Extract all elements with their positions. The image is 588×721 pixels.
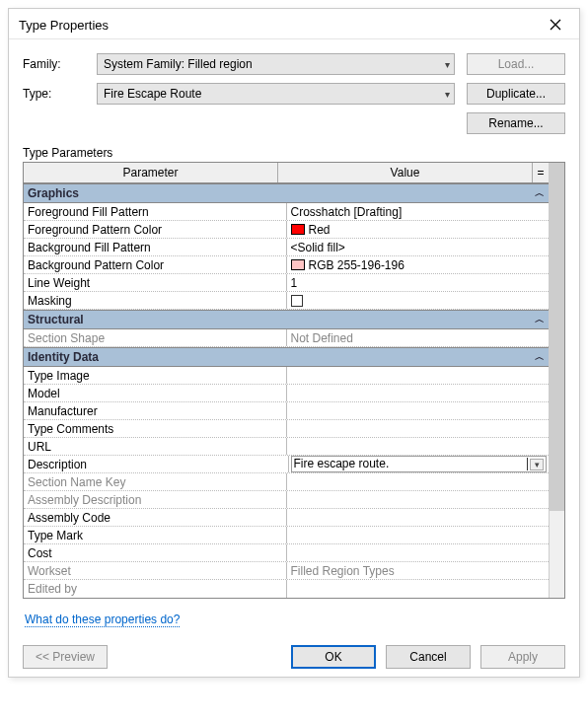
row-workset: Workset Filled Region Types [24, 562, 549, 580]
row-assembly-description: Assembly Description [24, 491, 549, 509]
row-section-name-key: Section Name Key [24, 473, 549, 491]
rename-button[interactable]: Rename... [467, 112, 565, 134]
row-line-weight[interactable]: Line Weight 1 [24, 274, 549, 292]
row-url[interactable]: URL [24, 438, 549, 456]
collapse-icon: ︿ [535, 313, 545, 326]
row-fg-fill-pattern[interactable]: Foreground Fill Pattern Crosshatch [Draf… [24, 203, 549, 221]
cancel-button[interactable]: Cancel [386, 645, 471, 669]
row-assembly-code[interactable]: Assembly Code [24, 509, 549, 527]
titlebar: Type Properties [9, 9, 579, 39]
row-section-shape: Section Shape Not Defined [24, 329, 549, 347]
preview-button: << Preview [23, 645, 108, 669]
collapse-icon: ︿ [535, 186, 545, 200]
description-input[interactable]: Fire escape route. ▾ [291, 456, 548, 472]
row-edited-by: Edited by [24, 580, 549, 598]
window-title: Type Properties [19, 18, 542, 33]
color-swatch-red [291, 224, 305, 235]
close-icon[interactable] [542, 15, 569, 35]
duplicate-button[interactable]: Duplicate... [467, 83, 565, 105]
row-bg-pattern-color[interactable]: Background Pattern Color RGB 255-196-196 [24, 256, 549, 274]
group-structural[interactable]: Structural ︿ [24, 310, 549, 329]
family-label: Family: [23, 57, 97, 71]
col-value[interactable]: Value [278, 163, 533, 182]
group-identity-data[interactable]: Identity Data ︿ [24, 347, 549, 367]
row-model[interactable]: Model [24, 385, 549, 402]
col-parameter[interactable]: Parameter [24, 163, 278, 182]
row-bg-fill-pattern[interactable]: Background Fill Pattern <Solid fill> [24, 239, 549, 256]
ok-button[interactable]: OK [291, 645, 376, 669]
type-value: Fire Escape Route [104, 87, 445, 101]
type-parameters-label: Type Parameters [23, 146, 565, 160]
dialog-body: Family: System Family: Filled region ▾ L… [9, 39, 579, 639]
row-type-image[interactable]: Type Image [24, 367, 549, 385]
chevron-down-icon: ▾ [445, 59, 450, 70]
row-cost[interactable]: Cost [24, 544, 549, 562]
dialog-footer: << Preview OK Cancel Apply [9, 639, 579, 669]
type-label: Type: [23, 87, 97, 101]
load-button: Load... [467, 53, 565, 75]
grid-header: Parameter Value = [24, 163, 549, 183]
grid-scrollbar[interactable] [549, 163, 564, 598]
chevron-down-icon[interactable]: ▾ [530, 459, 544, 470]
row-type-comments[interactable]: Type Comments [24, 420, 549, 438]
masking-checkbox[interactable] [291, 295, 303, 307]
col-equals[interactable]: = [533, 163, 549, 182]
family-value: System Family: Filled region [104, 57, 445, 71]
row-fg-pattern-color[interactable]: Foreground Pattern Color Red [24, 221, 549, 239]
apply-button: Apply [480, 645, 565, 669]
row-manufacturer[interactable]: Manufacturer [24, 402, 549, 420]
row-type-mark[interactable]: Type Mark [24, 527, 549, 544]
type-combo[interactable]: Fire Escape Route ▾ [97, 83, 455, 105]
color-swatch-pink [291, 259, 305, 270]
chevron-down-icon: ▾ [445, 89, 450, 100]
type-properties-dialog: Type Properties Family: System Family: F… [8, 8, 580, 678]
help-link[interactable]: What do these properties do? [25, 613, 180, 627]
row-masking[interactable]: Masking [24, 292, 549, 310]
collapse-icon: ︿ [535, 350, 545, 364]
row-description[interactable]: Description Fire escape route. ▾ [24, 456, 549, 473]
family-combo[interactable]: System Family: Filled region ▾ [97, 53, 455, 75]
group-graphics[interactable]: Graphics ︿ [24, 183, 549, 203]
scroll-thumb[interactable] [550, 163, 564, 511]
parameter-grid: Parameter Value = Graphics ︿ Foreground … [23, 162, 565, 599]
